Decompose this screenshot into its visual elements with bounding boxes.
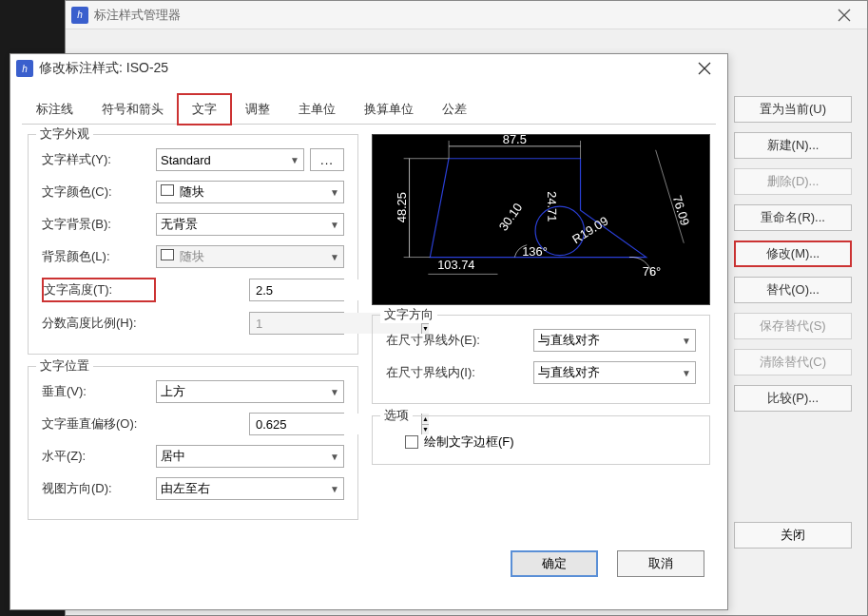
clear-override-button[interactable]: 清除替代(C): [734, 349, 852, 375]
dialog-buttons: 确定 取消: [10, 541, 727, 592]
compare-button[interactable]: 比较(P)...: [734, 385, 852, 412]
color-swatch-icon: [161, 184, 174, 196]
chevron-down-icon: ▼: [682, 368, 691, 378]
tab-tolerances[interactable]: 公差: [428, 94, 481, 125]
frac-height-spinner: ▲▼: [249, 312, 344, 335]
offset-label: 文字垂直偏移(O):: [42, 415, 194, 433]
outside-ext-label: 在尺寸界线外(E):: [386, 332, 533, 349]
text-color-select[interactable]: 随块▼: [156, 181, 344, 203]
svg-text:87.5: 87.5: [503, 135, 527, 146]
vertical-label: 垂直(V):: [42, 383, 156, 400]
app-icon: h: [71, 7, 88, 24]
text-height-spinner[interactable]: ▲▼: [249, 279, 344, 301]
text-appearance-group: 文字外观 文字样式(Y): Standard▼ ... 文字颜色(C): 随块▼…: [28, 134, 358, 355]
tab-bar: 标注线 符号和箭头 文字 调整 主单位 换算单位 公差: [22, 94, 716, 125]
tab-primary-units[interactable]: 主单位: [284, 94, 350, 125]
svg-text:76.09: 76.09: [670, 194, 693, 227]
child-titlebar: h 修改标注样式: ISO-25: [10, 54, 727, 83]
inside-ext-label: 在尺寸界线内(I):: [386, 364, 533, 381]
svg-text:103.74: 103.74: [437, 258, 474, 272]
chevron-down-icon: ▼: [290, 155, 299, 165]
chevron-down-icon: ▼: [330, 252, 339, 262]
svg-text:30.10: 30.10: [496, 201, 526, 234]
dimension-preview: 87.5 48.25 103.74 30.10 24.71 R19.09 76.…: [372, 134, 710, 305]
svg-text:24.71: 24.71: [545, 191, 560, 221]
options-group: 选项 绘制文字边框(F): [372, 415, 710, 465]
new-button[interactable]: 新建(N)...: [734, 132, 852, 159]
text-direction-title: 文字方向: [380, 306, 437, 323]
chevron-down-icon: ▼: [330, 387, 339, 397]
manager-side-buttons: 置为当前(U) 新建(N)... 删除(D)... 重命名(R)... 修改(M…: [734, 96, 852, 412]
text-bg-label: 文字背景(B):: [42, 216, 156, 233]
set-current-button[interactable]: 置为当前(U): [734, 96, 852, 123]
text-style-more-button[interactable]: ...: [310, 148, 344, 171]
save-override-button[interactable]: 保存替代(S): [734, 313, 852, 339]
chevron-down-icon: ▼: [330, 187, 339, 198]
rename-button[interactable]: 重命名(R)...: [734, 204, 852, 231]
svg-text:48.25: 48.25: [395, 192, 409, 222]
text-bg-select[interactable]: 无背景▼: [156, 213, 344, 236]
horizontal-select[interactable]: 居中▼: [156, 445, 344, 468]
draw-frame-label: 绘制文字边框(F): [424, 433, 514, 451]
tab-alt-units[interactable]: 换算单位: [350, 94, 428, 125]
modify-button[interactable]: 修改(M)...: [734, 241, 852, 267]
child-title: 修改标注样式: ISO-25: [39, 60, 687, 77]
text-style-label: 文字样式(Y):: [42, 151, 156, 168]
text-style-select[interactable]: Standard▼: [156, 148, 304, 171]
svg-text:R19.09: R19.09: [569, 214, 610, 247]
draw-frame-checkbox[interactable]: [405, 435, 418, 449]
options-title: 选项: [380, 407, 413, 424]
parent-title: 标注样式管理器: [94, 7, 827, 24]
close-button[interactable]: 关闭: [734, 522, 852, 549]
chevron-down-icon: ▼: [330, 452, 339, 462]
override-button[interactable]: 替代(O)...: [734, 277, 852, 303]
tab-lines[interactable]: 标注线: [22, 94, 87, 125]
delete-button[interactable]: 删除(D)...: [734, 168, 852, 195]
app-icon: h: [16, 60, 33, 77]
text-direction-group: 文字方向 在尺寸界线外(E): 与直线对齐▼ 在尺寸界线内(I): 与直线对齐▼: [372, 315, 710, 404]
chevron-down-icon: ▼: [682, 336, 691, 346]
vertical-select[interactable]: 上方▼: [156, 380, 344, 403]
text-placement-title: 文字位置: [36, 357, 93, 375]
inside-ext-select[interactable]: 与直线对齐▼: [533, 361, 696, 384]
parent-titlebar: h 标注样式管理器: [66, 1, 867, 29]
close-icon[interactable]: [687, 55, 722, 82]
bg-color-label: 背景颜色(L):: [42, 248, 156, 265]
svg-text:136°: 136°: [522, 244, 548, 259]
tab-fit[interactable]: 调整: [231, 94, 284, 125]
modify-dim-style-dialog: h 修改标注样式: ISO-25 标注线 符号和箭头 文字 调整 主单位 换算单…: [10, 53, 728, 610]
viewdir-select[interactable]: 由左至右▼: [156, 477, 344, 500]
cancel-button[interactable]: 取消: [617, 550, 704, 577]
chevron-down-icon: ▼: [330, 484, 339, 494]
ok-button[interactable]: 确定: [511, 550, 598, 577]
tab-symbols-arrows[interactable]: 符号和箭头: [87, 94, 178, 125]
close-icon[interactable]: [827, 2, 861, 29]
color-swatch-icon: [161, 249, 174, 260]
outside-ext-select[interactable]: 与直线对齐▼: [533, 329, 696, 352]
text-color-label: 文字颜色(C):: [42, 183, 156, 201]
tab-text[interactable]: 文字: [178, 94, 231, 125]
offset-spinner[interactable]: ▲▼: [249, 413, 344, 435]
bg-color-select[interactable]: 随块▼: [156, 245, 344, 268]
text-appearance-title: 文字外观: [36, 125, 93, 143]
svg-text:76°: 76°: [643, 264, 661, 279]
horizontal-label: 水平(Z):: [42, 448, 156, 465]
frac-height-label: 分数高度比例(H):: [42, 315, 156, 332]
chevron-down-icon: ▼: [330, 220, 339, 230]
viewdir-label: 视图方向(D):: [42, 480, 156, 497]
text-placement-group: 文字位置 垂直(V): 上方▼ 文字垂直偏移(O): ▲▼ 水平(Z): 居中▼: [28, 366, 358, 520]
text-height-label: 文字高度(T):: [42, 278, 156, 302]
